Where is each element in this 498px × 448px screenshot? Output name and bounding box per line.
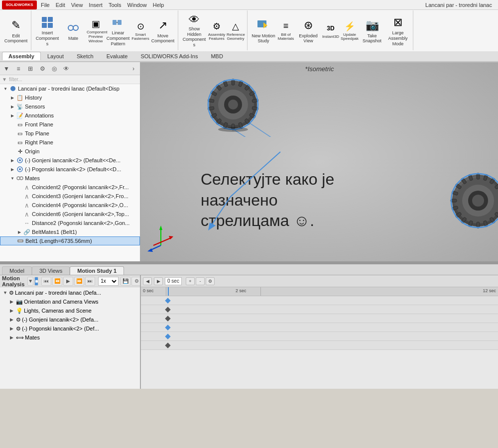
- tab-mbd[interactable]: MBD: [204, 52, 229, 60]
- tree-item-beltmates1[interactable]: ▶ 🔗 BeltMates1 (Belt1): [0, 227, 140, 236]
- motion-skip-end[interactable]: ⏭: [85, 277, 95, 286]
- tree-item-gonjeni[interactable]: ▶ (-) Gonjeni lancanik<2> (Default<<De..…: [0, 156, 140, 165]
- motion-time-select[interactable]: 1x 2x 0.5x: [98, 277, 119, 286]
- motion-pogonski-item[interactable]: ▶ ⚙ (-) Pogonski lancanik<2> (Def...: [1, 324, 139, 333]
- tab-sketch[interactable]: Sketch: [70, 52, 100, 60]
- timeline-settings[interactable]: ⚙: [206, 277, 215, 285]
- svg-rect-2: [42, 23, 47, 28]
- menu-file[interactable]: File: [41, 2, 50, 8]
- tree-item-belt1[interactable]: Belt1 (Length=6735.56mm): [0, 236, 140, 245]
- tree-tool-configmanager[interactable]: ⚙: [37, 64, 48, 74]
- menu-view[interactable]: View: [71, 2, 83, 8]
- tree-item-coincident6[interactable]: ∧ Coincident6 (Gonjeni lancanik<2>,Top..…: [0, 210, 140, 219]
- bottom-tab-3dviews[interactable]: 3D Views: [32, 266, 70, 275]
- keyframe-orientation-0[interactable]: [165, 307, 170, 312]
- belt1-label: Belt1 (Length=6735.56mm): [24, 238, 92, 244]
- motion-save-btn[interactable]: 💾: [121, 277, 130, 286]
- tree-tool-filter[interactable]: ▼: [1, 64, 12, 74]
- tab-evaluate[interactable]: Evaluate: [100, 52, 134, 60]
- origin-expander: [9, 148, 16, 155]
- motion-gonjeni-item[interactable]: ▶ ⚙ (-) Gonjeni lancanik<2> (Defa...: [1, 315, 139, 324]
- keyframe-lights-0[interactable]: [165, 316, 170, 321]
- motion-orientation-item[interactable]: ▶ 📷 Orientation and Camera Views: [1, 297, 139, 306]
- time-cursor[interactable]: [168, 287, 169, 296]
- motion-play-back[interactable]: ⏪: [52, 277, 62, 286]
- menu-window[interactable]: Window: [127, 2, 147, 8]
- keyframe-gonjeni-0[interactable]: [165, 325, 170, 330]
- timeline-zoom-in[interactable]: +: [186, 277, 195, 285]
- tree-item-pogonski[interactable]: ▶ (-) Pogonski lancanik<2> (Default<<D..…: [0, 165, 140, 174]
- instant3d-button[interactable]: 3D Instant3D: [321, 13, 340, 48]
- tree-item-front-plane[interactable]: ▭ Front Plane: [0, 120, 140, 129]
- sensors-icon: 📡: [16, 103, 24, 111]
- take-snapshot-button[interactable]: 📷 Take Snapshot: [359, 13, 385, 48]
- motion-settings-btn[interactable]: ⚙: [131, 277, 141, 286]
- tree-tool-dimxpert[interactable]: ◎: [49, 64, 60, 74]
- motion-root-item[interactable]: ▼ ⚙ Lancani par - troredni lanac (Defa..…: [1, 288, 139, 297]
- motion-skip-start[interactable]: ⏮: [41, 277, 51, 286]
- bill-of-materials-button[interactable]: ≡ Bill of Materials: [276, 13, 295, 48]
- sensors-label: Sensors: [24, 104, 45, 110]
- svg-point-44: [228, 100, 238, 110]
- timeline-zoom-out[interactable]: -: [196, 277, 205, 285]
- coincident4-label: Coincident4 (Pogonski lancanik<2>,O...: [31, 202, 128, 208]
- tree-tool-featuremanager[interactable]: ≡: [13, 64, 24, 74]
- motion-play[interactable]: ▶: [63, 277, 73, 286]
- menu-help[interactable]: Help: [153, 2, 164, 8]
- svg-point-11: [10, 86, 15, 91]
- large-assembly-button[interactable]: ⊠ Large Assembly Mode: [385, 13, 411, 48]
- tree-tool-propertymanager[interactable]: ⊞: [25, 64, 36, 74]
- linear-pattern-button[interactable]: Linear Component Pattern: [105, 13, 131, 48]
- insert-components-button[interactable]: Insert Components: [34, 13, 60, 48]
- move-component-button[interactable]: ↗ Move Component: [150, 13, 176, 48]
- tree-tool-displaymanager[interactable]: 👁: [61, 64, 72, 74]
- reference-geometry-button[interactable]: △ Reference Geometry: [226, 13, 245, 48]
- tree-item-coincident4[interactable]: ∧ Coincident4 (Pogonski lancanik<2>,O...: [0, 201, 140, 210]
- coincident2-expander: [16, 184, 23, 191]
- tree-item-sensors[interactable]: ▶ 📡 Sensors: [0, 102, 140, 111]
- tree-root-item[interactable]: ▼ Lancani par - troredni lanac (Default<…: [0, 84, 140, 93]
- menu-tools[interactable]: Tools: [109, 2, 122, 8]
- component-preview-button[interactable]: ▣ Component Preview Window: [86, 13, 105, 48]
- assembly-features-button[interactable]: ⚙ Assembly Features: [207, 13, 226, 48]
- timeline-back-btn[interactable]: ◀: [143, 277, 152, 285]
- bottom-tab-motion-study[interactable]: Motion Study 1: [70, 266, 124, 275]
- menu-edit[interactable]: Edit: [56, 2, 65, 8]
- coincident4-icon: ∧: [23, 201, 31, 209]
- tree-item-coincident2[interactable]: ∧ Coincident2 (Pogonski lancanik<2>,Fr..…: [0, 183, 140, 192]
- tree-item-mates[interactable]: ▼ Mates: [0, 174, 140, 183]
- tab-solidworks-addins[interactable]: SOLIDWORKS Add-Ins: [134, 52, 204, 60]
- tree-item-origin[interactable]: ✛ Origin: [0, 147, 140, 156]
- bottom-tab-model[interactable]: Model: [2, 266, 32, 275]
- tree-item-annotations[interactable]: ▶ 📝 Annotations: [0, 111, 140, 120]
- tab-assembly[interactable]: Assembly: [2, 52, 41, 60]
- keyframe-root-0[interactable]: [165, 298, 170, 303]
- svg-marker-74: [159, 225, 162, 230]
- keyframe-mates-0[interactable]: [165, 342, 170, 348]
- edit-component-button[interactable]: ✎ Edit Component: [3, 13, 29, 48]
- motion-active-btn[interactable]: ■: [34, 277, 38, 286]
- motion-filter-btn[interactable]: ▼: [27, 277, 33, 286]
- viewport[interactable]: *Isometric: [141, 62, 498, 261]
- tree-tool-expand[interactable]: ›: [128, 64, 139, 74]
- tree-item-right-plane[interactable]: ▭ Right Plane: [0, 138, 140, 147]
- tree-item-coincident3[interactable]: ∧ Coincident3 (Gonjeni lancanik<2>,Fro..…: [0, 192, 140, 201]
- bill-of-materials-label: Bill of Materials: [277, 33, 295, 42]
- new-motion-button[interactable]: New Motion Study: [250, 13, 276, 48]
- update-speedpak-button[interactable]: ⚡ Update Speedpak: [340, 13, 359, 48]
- keyframe-pogonski-0[interactable]: [165, 334, 170, 339]
- motion-lights-item[interactable]: ▶ 💡 Lights, Cameras and Scene: [1, 306, 139, 315]
- menu-insert[interactable]: Insert: [89, 2, 103, 8]
- timeline-forward-btn[interactable]: ▶: [154, 277, 163, 285]
- smart-fasteners-button[interactable]: ⊙ Smart Fasteners: [131, 13, 150, 48]
- tree-item-top-plane[interactable]: ▭ Top Plane: [0, 129, 140, 138]
- exploded-view-button[interactable]: ⊛ Exploded View: [295, 13, 321, 48]
- pogonski-expander: ▶: [9, 166, 16, 173]
- motion-mates-item[interactable]: ▶ ⟺ Mates: [1, 333, 139, 342]
- show-hidden-button[interactable]: 👁 Show Hidden Components: [181, 13, 207, 48]
- tree-item-history[interactable]: ▶ 📋 History: [0, 93, 140, 102]
- tree-item-distance2[interactable]: ↔ Distance2 (Pogonski lancanik<2>,Gon...: [0, 219, 140, 227]
- mate-button[interactable]: Mate: [60, 13, 86, 48]
- tab-layout[interactable]: Layout: [41, 52, 70, 60]
- motion-play-fwd[interactable]: ⏩: [74, 277, 84, 286]
